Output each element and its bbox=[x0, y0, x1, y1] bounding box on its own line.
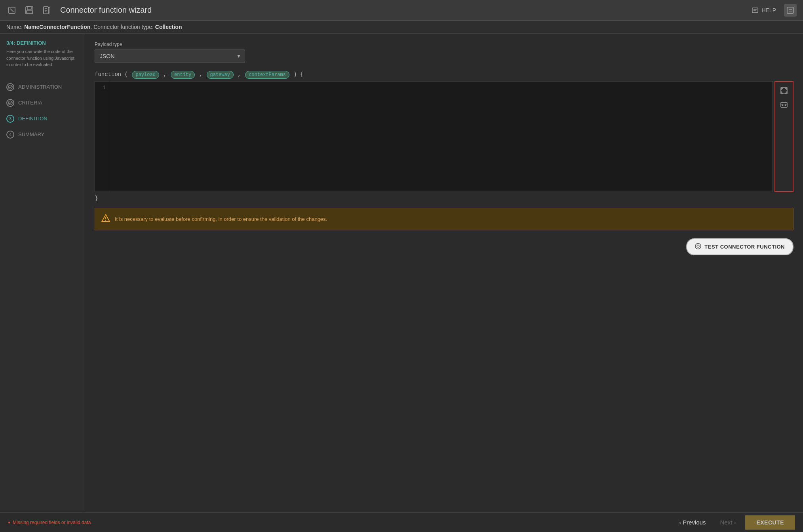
nav-label-summary: SUMMARY bbox=[18, 131, 44, 137]
step-description: Here you can write the code of the conne… bbox=[6, 48, 78, 68]
close-icon[interactable] bbox=[6, 5, 17, 16]
closing-brace: } bbox=[95, 195, 793, 201]
top-bar-icons bbox=[6, 5, 52, 16]
sidebar-item-definition[interactable]: 3 DEFINITION bbox=[0, 111, 85, 127]
svg-rect-2 bbox=[26, 7, 33, 14]
document-icon[interactable] bbox=[41, 5, 52, 16]
save-icon[interactable] bbox=[24, 5, 35, 16]
nav-label-definition: DEFINITION bbox=[18, 116, 48, 122]
footer-error: ● Missing required fields or invalid dat… bbox=[8, 520, 91, 525]
comma-3: , bbox=[234, 71, 244, 78]
payload-type-wrapper: JSON XML CSV ▼ bbox=[95, 49, 245, 63]
execute-button[interactable]: EXECUTE bbox=[745, 515, 795, 530]
top-bar-right: HELP bbox=[752, 4, 797, 17]
param-entity: entity bbox=[171, 71, 195, 79]
execute-label: EXECUTE bbox=[756, 519, 784, 526]
sidebar-item-criteria[interactable]: CRITERIA bbox=[0, 95, 85, 111]
payload-type-select[interactable]: JSON XML CSV bbox=[95, 49, 245, 63]
svg-point-21 bbox=[105, 220, 106, 221]
name-separator: . Connector function type: bbox=[90, 24, 155, 30]
user-icon[interactable] bbox=[784, 4, 797, 17]
function-signature: function ( payload , entity , gateway , … bbox=[95, 71, 793, 79]
error-text: Missing required fields or invalid data bbox=[13, 520, 91, 525]
next-label: Next bbox=[720, 519, 733, 526]
svg-rect-9 bbox=[752, 8, 758, 13]
step-label: 3/4: DEFINITION bbox=[6, 40, 78, 46]
sidebar-nav: ADMINISTRATION CRITERIA 3 DEFINITION 4 bbox=[0, 79, 85, 142]
line-numbers: 1 bbox=[95, 81, 109, 192]
step-info: 3/4: DEFINITION Here you can write the c… bbox=[0, 40, 85, 74]
test-connector-label: TEST CONNECTOR FUNCTION bbox=[704, 244, 785, 250]
param-gateway: gateway bbox=[207, 71, 234, 79]
payload-type-label: Payload type bbox=[95, 42, 793, 47]
content-area: Payload type JSON XML CSV ▼ function ( p… bbox=[85, 34, 803, 511]
line-number-1: 1 bbox=[98, 85, 106, 91]
editor-toolbar bbox=[774, 81, 793, 192]
svg-rect-12 bbox=[787, 7, 793, 13]
next-button[interactable]: Next › bbox=[715, 516, 741, 529]
code-editor[interactable] bbox=[109, 81, 773, 192]
help-label: HELP bbox=[761, 7, 776, 13]
warning-banner: It is necessary to evaluate before confi… bbox=[95, 208, 793, 230]
comma-2: , bbox=[196, 71, 206, 78]
expand-editor-button[interactable] bbox=[778, 84, 790, 97]
sidebar-item-administration[interactable]: ADMINISTRATION bbox=[0, 79, 85, 95]
nav-label-criteria: CRITERIA bbox=[18, 100, 42, 106]
svg-point-23 bbox=[697, 245, 699, 247]
page-title: Connector function wizard bbox=[60, 6, 752, 15]
step-num-summary: 4 bbox=[6, 131, 14, 139]
sidebar-item-summary[interactable]: 4 SUMMARY bbox=[0, 127, 85, 142]
footer-nav: ‹ Previous Next › EXECUTE bbox=[674, 515, 795, 530]
step-num-definition: 3 bbox=[6, 115, 14, 123]
footer: ● Missing required fields or invalid dat… bbox=[0, 512, 803, 532]
code-snippet-button[interactable] bbox=[778, 99, 790, 111]
prev-chevron-icon: ‹ bbox=[679, 519, 681, 526]
connector-name: NameConnectorFunction bbox=[24, 24, 90, 30]
warning-text: It is necessary to evaluate before confi… bbox=[115, 216, 327, 222]
help-button[interactable]: HELP bbox=[752, 7, 776, 14]
function-prefix: function ( bbox=[95, 71, 131, 78]
svg-rect-3 bbox=[27, 7, 31, 10]
sidebar: 3/4: DEFINITION Here you can write the c… bbox=[0, 34, 85, 511]
warning-icon bbox=[101, 214, 110, 224]
check-icon-criteria bbox=[6, 99, 14, 107]
test-connector-button[interactable]: TEST CONNECTOR FUNCTION bbox=[686, 238, 793, 255]
name-prefix: Name: bbox=[6, 24, 24, 30]
error-dot: ● bbox=[8, 520, 10, 524]
test-btn-area: TEST CONNECTOR FUNCTION bbox=[95, 238, 793, 255]
svg-line-1 bbox=[10, 9, 13, 12]
test-connector-icon bbox=[695, 243, 701, 251]
param-context-params: contextParams bbox=[245, 71, 289, 79]
check-icon-administration bbox=[6, 83, 14, 91]
top-bar: Connector function wizard HELP bbox=[0, 0, 803, 21]
main-layout: 3/4: DEFINITION Here you can write the c… bbox=[0, 34, 803, 511]
function-suffix: ) { bbox=[290, 71, 304, 78]
param-payload: payload bbox=[132, 71, 159, 79]
nav-label-administration: ADMINISTRATION bbox=[18, 84, 62, 90]
next-chevron-icon: › bbox=[734, 519, 736, 526]
connector-type: Collection bbox=[155, 24, 182, 30]
svg-point-22 bbox=[695, 243, 701, 249]
editor-container: 1 bbox=[95, 81, 793, 192]
previous-button[interactable]: ‹ Previous bbox=[674, 516, 710, 529]
name-bar: Name: NameConnectorFunction. Connector f… bbox=[0, 21, 803, 34]
svg-rect-4 bbox=[27, 11, 32, 13]
prev-label: Previous bbox=[683, 519, 706, 526]
comma-1: , bbox=[160, 71, 170, 78]
